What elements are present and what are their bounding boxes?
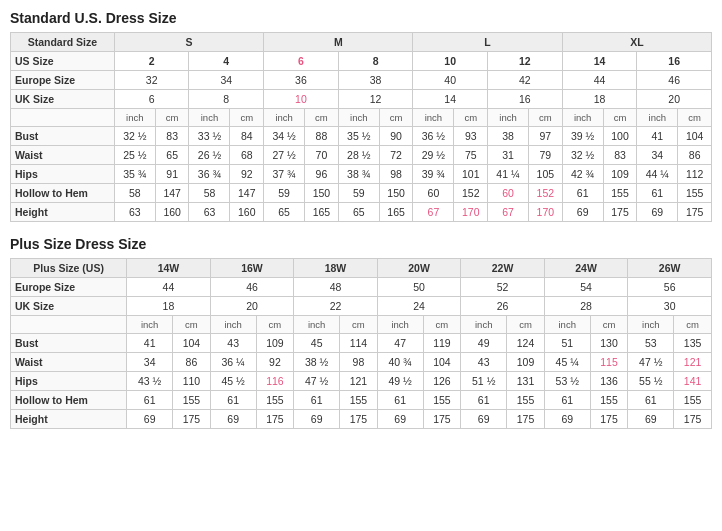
plus-cell: 69 [127,410,173,429]
plus-cell: 69 [628,410,674,429]
plus-unit-cm-4: cm [423,316,461,334]
plus-eu-48: 48 [294,278,378,297]
plus-unit-cm-7: cm [674,316,712,334]
eu-size-label: Europe Size [11,71,115,90]
plus-cell: 53 ½ [544,372,590,391]
plus-cell: 38 ½ [294,353,340,372]
unit-inch-8: inch [637,109,678,127]
std-cell: 29 ½ [413,146,454,165]
uk-8: 8 [189,90,264,109]
std-cell: 70 [305,146,339,165]
standard-size-group-row: Standard Size S M L XL [11,33,712,52]
plus-cell: 61 [628,391,674,410]
plus-cell: 175 [674,410,712,429]
plus-cell: 43 ½ [127,372,173,391]
std-cell: 38 [488,127,529,146]
std-m-header: M [264,33,413,52]
plus-cell: 51 ½ [461,372,507,391]
unit-inch-1: inch [114,109,155,127]
plus-unit-inch-3: inch [294,316,340,334]
uk-18: 18 [562,90,637,109]
std-cell: 109 [603,165,637,184]
std-cell: 88 [305,127,339,146]
plus-cell: 69 [377,410,423,429]
plus-row-label: Bust [11,334,127,353]
plus-cell: 61 [544,391,590,410]
std-cell: 104 [678,127,712,146]
std-cell: 60 [488,184,529,203]
plus-cell: 98 [340,353,378,372]
plus-cell: 136 [590,372,628,391]
std-cell: 31 [488,146,529,165]
unit-cm-3: cm [305,109,339,127]
plus-unit-inch-6: inch [544,316,590,334]
std-cell: 34 [637,146,678,165]
std-cell: 105 [529,165,563,184]
plus-eu-46: 46 [210,278,294,297]
std-cell: 147 [230,184,264,203]
std-row-label: Bust [11,127,115,146]
plus-uk-22: 22 [294,297,378,316]
unit-inch-5: inch [413,109,454,127]
us-4: 4 [189,52,264,71]
plus-cell: 114 [340,334,378,353]
plus-cell: 124 [507,334,545,353]
us-10: 10 [413,52,488,71]
plus-label-cell: Plus Size (US) [11,259,127,278]
us-8: 8 [338,52,413,71]
plus-uk-26: 26 [461,297,545,316]
plus-cell: 155 [674,391,712,410]
plus-cell: 45 ¼ [544,353,590,372]
plus-eu-44: 44 [127,278,211,297]
plus-cell: 69 [210,410,256,429]
std-cell: 28 ½ [338,146,379,165]
us-12: 12 [488,52,563,71]
unit-inch-3: inch [264,109,305,127]
std-cell: 33 ½ [189,127,230,146]
eu-42: 42 [488,71,563,90]
std-s-header: S [114,33,263,52]
std-cell: 67 [488,203,529,222]
plus-cell: 69 [294,410,340,429]
unit-inch-2: inch [189,109,230,127]
plus-unit-cm-5: cm [507,316,545,334]
plus-unit-cm-6: cm [590,316,628,334]
std-cell: 90 [379,127,413,146]
std-cell: 97 [529,127,563,146]
std-cell: 65 [155,146,189,165]
plus-cell: 47 ½ [628,353,674,372]
std-row-label: Hips [11,165,115,184]
uk-size-label: UK Size [11,90,115,109]
std-cell: 175 [678,203,712,222]
plus-measurement-row: Bust41104431094511447119491245113053135 [11,334,712,353]
plus-cell: 36 ¼ [210,353,256,372]
std-cell: 79 [529,146,563,165]
plus-cell: 155 [173,391,211,410]
std-cell: 98 [379,165,413,184]
plus-cell: 92 [256,353,294,372]
eu-38: 38 [338,71,413,90]
std-cell: 150 [379,184,413,203]
plus-cell: 43 [210,334,256,353]
us-size-row: US Size 2 4 6 8 10 12 14 16 [11,52,712,71]
std-cell: 41 [637,127,678,146]
plus-cell: 110 [173,372,211,391]
plus-uk-24: 24 [377,297,461,316]
std-cell: 35 ½ [338,127,379,146]
std-cell: 38 ¾ [338,165,379,184]
plus-cell: 104 [173,334,211,353]
plus-cell: 61 [294,391,340,410]
plus-cell: 53 [628,334,674,353]
unit-cm-5: cm [454,109,488,127]
std-cell: 84 [230,127,264,146]
plus-unit-inch-2: inch [210,316,256,334]
plus-measurement-row: Height6917569175691756917569175691756917… [11,410,712,429]
plus-cell: 175 [423,410,461,429]
plus-cell: 61 [377,391,423,410]
plus-cell: 61 [210,391,256,410]
us-16: 16 [637,52,712,71]
std-cell: 165 [379,203,413,222]
std-cell: 58 [114,184,155,203]
plus-cell: 109 [507,353,545,372]
unit-cm-2: cm [230,109,264,127]
